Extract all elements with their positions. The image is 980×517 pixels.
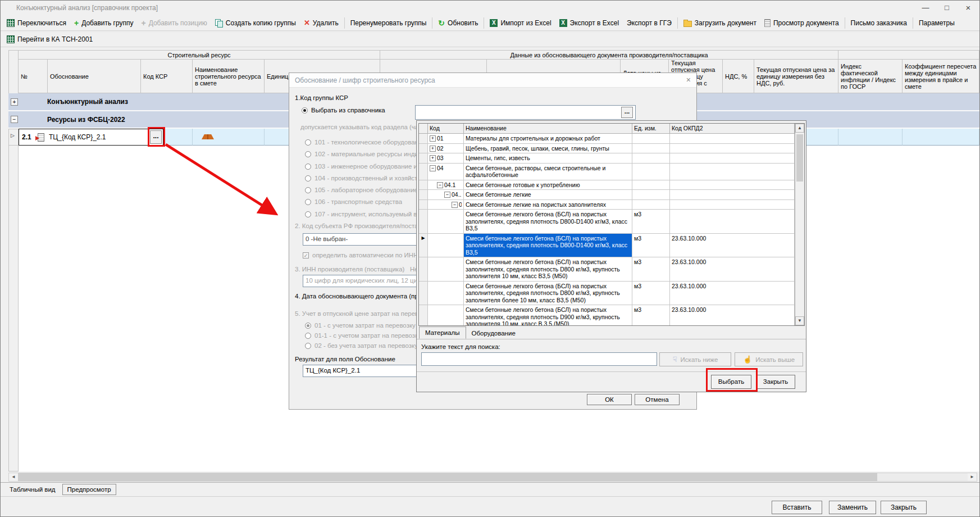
radio-option-103[interactable]: 103 - инженерное оборудование индиви	[305, 163, 424, 170]
ksr-browse-button[interactable]: ...	[621, 107, 633, 118]
collapse-icon[interactable]: −	[444, 192, 450, 198]
collapse-icon[interactable]: −	[452, 202, 458, 208]
expand-icon[interactable]: +	[430, 135, 436, 142]
go-to-ka-tsn-button[interactable]: Перейти в КА ТСН-2001	[3, 34, 97, 45]
radio-option-106[interactable]: 106 - транспортные средства	[305, 198, 402, 205]
scrollbar-thumb[interactable]	[18, 473, 877, 481]
tree-vertical-scrollbar[interactable]: ▲ ▼	[795, 124, 804, 325]
column-header-vat[interactable]: НДС, %	[723, 60, 754, 93]
tree-row[interactable]: −04.1 Смеси бетонные готовые к употребле…	[419, 180, 795, 191]
radio-option-105[interactable]: 105 - лабораторное оборудование	[305, 187, 418, 193]
column-header-num[interactable]: №	[19, 60, 48, 93]
insert-button[interactable]: Вставить	[772, 501, 822, 514]
tree-row[interactable]: Смеси бетонные легкого бетона (БСЛ) на п…	[419, 305, 795, 326]
radio-option-102[interactable]: 102 - материальные ресурсы индивидуа	[305, 151, 424, 157]
toolbar-copy-group-button[interactable]: Создать копию группы	[211, 17, 300, 29]
toolbar-separator	[344, 17, 345, 29]
tab-equipment[interactable]: Оборудование	[466, 328, 521, 339]
radio-transport-02[interactable]: 02 - без учета затрат на перевозку	[305, 342, 418, 349]
scrollbar-thumb[interactable]	[796, 134, 803, 182]
tree-row[interactable]: Смеси бетонные легкого бетона (БСЛ) на п…	[419, 257, 795, 282]
tree-row[interactable]: +02 Щебень, гравий, песок, шлаки, смеси,…	[419, 144, 795, 154]
toolbar-refresh-button[interactable]: ↻Обновить	[434, 17, 482, 29]
tree-col-code[interactable]: Код	[428, 124, 464, 134]
auto-detect-checkbox[interactable]: ✓ определить автоматически по ИНН	[303, 252, 418, 258]
maximize-button[interactable]: □	[937, 1, 957, 15]
copy-icon	[215, 19, 223, 27]
toolbar-import-excel-button[interactable]: XИмпорт из Excel	[486, 17, 555, 29]
scroll-up-icon[interactable]: ▲	[795, 124, 804, 133]
dialog-close-icon[interactable]: ×	[686, 75, 691, 84]
tree-col-okpd[interactable]: Код ОКПД2	[670, 124, 795, 134]
tab-table-view[interactable]: Табличный вид	[5, 484, 60, 495]
radio-option-107[interactable]: 107 - инструмент, используемый в целя	[305, 211, 424, 217]
close-catalog-button[interactable]: Закрыть	[756, 375, 795, 389]
column-header-price-without-vat[interactable]: Текущая отпускная цена за единицу измере…	[754, 60, 838, 93]
selected-row-marker: ▶	[419, 234, 428, 258]
toolbar-add-position-button[interactable]: +Добавить позицию	[137, 17, 211, 29]
column-header-inflation-index[interactable]: Индекс фактической инфляции / Индекс по …	[838, 60, 902, 93]
result-label: Результат для поля Обоснование	[295, 356, 395, 362]
horizontal-scrollbar[interactable]: ◄ ►	[8, 473, 977, 482]
column-header-ksr-code[interactable]: Код КСР	[141, 60, 193, 93]
collapse-icon[interactable]: −	[437, 182, 443, 188]
close-button[interactable]: ×	[958, 1, 978, 15]
radio-transport-01-1[interactable]: 01-1 - с учетом затрат на перевозку до п	[305, 332, 424, 339]
scroll-down-icon[interactable]: ▼	[795, 316, 804, 325]
toolbar-switch-button[interactable]: Переключиться	[3, 17, 70, 29]
ksr-code-input[interactable]: ...	[415, 105, 636, 120]
tree-row[interactable]: −04... Смеси бетонные легкие	[419, 190, 795, 200]
radio-option-101[interactable]: 101 - технологическое оборудование	[305, 139, 424, 146]
toolbar-delete-button[interactable]: ✕Удалить	[300, 17, 343, 29]
column-header-justification[interactable]: Обоснование	[48, 60, 141, 93]
toolbar-add-group-button[interactable]: +Добавить группу	[70, 17, 137, 29]
tree-row[interactable]: −0 Смеси бетонные легкие на пористых зап…	[419, 200, 795, 210]
tree-row[interactable]: −04 Смеси бетонные, растворы, смеси стро…	[419, 164, 795, 180]
minimize-button[interactable]: —	[915, 1, 936, 15]
search-input[interactable]	[421, 352, 657, 366]
toolbar-renumber-groups-button[interactable]: Перенумеровать группы	[347, 17, 431, 29]
justification-edit-cell[interactable]: 2.1 ТЦ_{Код КСР}_2.1 ...	[19, 129, 163, 146]
expand-icon[interactable]: +	[430, 155, 436, 161]
tree-row[interactable]: +01 Материалы для строительных и дорожны…	[419, 134, 795, 144]
toolbar-export-gge-button[interactable]: Экспорт в ГГЭ	[623, 17, 676, 29]
tree-row-selected[interactable]: ▶ Смеси бетонные легкого бетона (БСЛ) на…	[419, 234, 795, 258]
ka-grid-icon	[7, 35, 15, 43]
tab-preview[interactable]: Предпросмотр	[62, 484, 116, 495]
scroll-left-icon[interactable]: ◄	[9, 473, 18, 481]
toolbar-parameters-button[interactable]: Параметры	[915, 17, 959, 29]
collapse-icon[interactable]: −	[430, 165, 436, 171]
justification-browse-button[interactable]: ...	[150, 130, 162, 144]
toolbar-export-excel-button[interactable]: XЭкспорт в Excel	[555, 17, 623, 29]
radio-choose-from-catalog[interactable]: Выбрать из справочника	[302, 107, 385, 114]
section3-label: 3. ИНН производителя (поставщика) Некор	[295, 266, 416, 273]
column-header-conversion-coefficient[interactable]: Коэффициент пересчета между единицами из…	[902, 60, 979, 93]
close-window-button[interactable]: Закрыть	[881, 501, 927, 514]
justification-value[interactable]: ТЦ_{Код КСР}_2.1	[49, 133, 150, 141]
tab-materials[interactable]: Материалы	[419, 326, 466, 339]
select-button[interactable]: Выбрать	[711, 375, 751, 389]
tree-row[interactable]: +03 Цементы, гипс, известь	[419, 153, 795, 164]
search-up-button[interactable]: ☝ Искать выше	[735, 352, 803, 366]
toolbar-separator	[845, 17, 845, 29]
scroll-right-icon[interactable]: ►	[968, 473, 977, 481]
plus-disabled-icon: +	[141, 19, 145, 27]
radio-transport-01[interactable]: 01 - с учетом затрат на перевозку до пр	[305, 322, 424, 329]
tree-col-unit[interactable]: Ед. изм.	[632, 124, 670, 134]
search-down-button[interactable]: ☟ Искать ниже	[659, 352, 731, 366]
tree-row[interactable]: Смеси бетонные легкого бетона (БСЛ) на п…	[419, 210, 795, 234]
column-header-resource-name[interactable]: Наименование строительного ресурса в сме…	[193, 60, 265, 93]
collapse-icon[interactable]: −	[11, 116, 18, 123]
expand-icon[interactable]: +	[11, 98, 18, 106]
replace-button[interactable]: Заменить	[829, 501, 876, 514]
radio-option-104[interactable]: 104 - производственный и хозяйственн	[305, 175, 424, 182]
radio-icon	[305, 187, 311, 193]
tree-row[interactable]: Смеси бетонные легкого бетона (БСЛ) на п…	[419, 282, 795, 306]
ok-button[interactable]: ОК	[587, 394, 632, 405]
cancel-button[interactable]: Отмена	[635, 394, 680, 405]
toolbar-customer-letter-button[interactable]: Письмо заказчика	[847, 17, 911, 29]
toolbar-view-document-button[interactable]: Просмотр документа	[760, 17, 843, 29]
tree-col-name[interactable]: Наименование	[464, 124, 632, 134]
toolbar-load-document-button[interactable]: Загрузить документ	[680, 17, 760, 29]
expand-icon[interactable]: +	[430, 146, 436, 152]
